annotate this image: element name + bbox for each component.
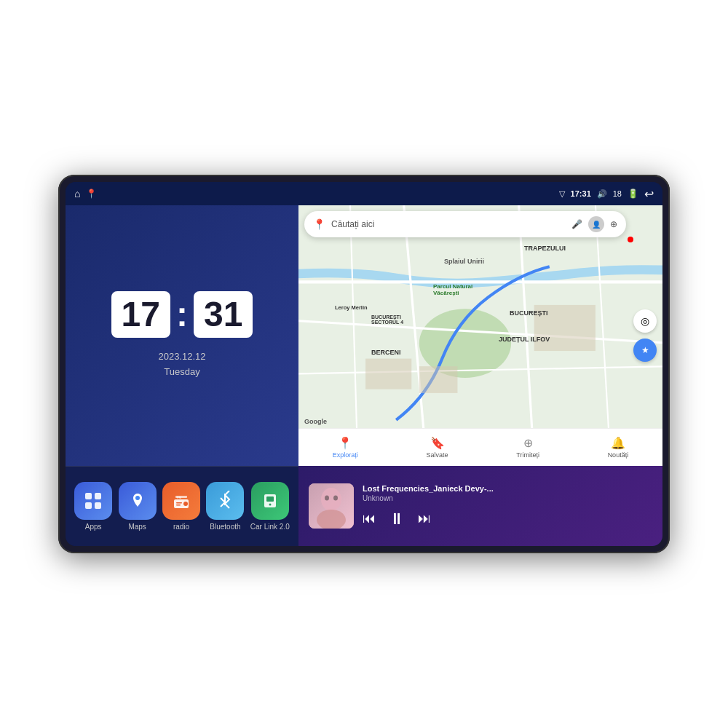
radio-label: radio — [173, 523, 189, 531]
maps-label: Maps — [128, 523, 146, 531]
svg-rect-0 — [85, 493, 92, 499]
svg-point-4 — [135, 496, 140, 500]
svg-rect-24 — [419, 366, 458, 393]
screen: ⌂ 📍 ▽ 17:31 🔊 18 🔋 ↩ 17 : — [66, 182, 662, 546]
saved-icon: 🔖 — [430, 436, 445, 450]
saved-label: Salvate — [427, 451, 448, 459]
battery-icon: 🔋 — [628, 189, 638, 199]
device: ⌂ 📍 ▽ 17:31 🔊 18 🔋 ↩ 17 : — [58, 175, 670, 553]
svg-point-27 — [321, 488, 341, 511]
svg-rect-25 — [534, 305, 596, 351]
app-item-carlink[interactable]: Car Link 2.0 — [250, 482, 290, 531]
map-nav-btn[interactable]: ★ — [633, 339, 657, 362]
map-controls: ◎ ★ — [633, 309, 657, 362]
status-bar: ⌂ 📍 ▽ 17:31 🔊 18 🔋 ↩ — [66, 182, 662, 205]
radio-icon[interactable]: FM — [162, 482, 200, 520]
apps-bar: Apps Maps — [66, 466, 298, 546]
music-controls: ⏮ ⏸ ⏭ — [363, 510, 652, 529]
clock-widget: 17 : 31 2023.12.12 Tuesday — [66, 205, 298, 466]
music-prev-btn[interactable]: ⏮ — [363, 511, 376, 526]
send-icon: ⊕ — [523, 436, 533, 450]
apps-icon[interactable] — [74, 482, 112, 520]
status-left-icons: ⌂ 📍 — [74, 188, 97, 199]
left-panel: 17 : 31 2023.12.12 Tuesday — [66, 205, 298, 546]
svg-rect-23 — [365, 359, 411, 389]
music-player: Lost Frequencies_Janieck Devy-... Unknow… — [298, 466, 662, 546]
google-logo: Google — [304, 418, 327, 425]
svg-text:FM: FM — [177, 496, 181, 499]
map-bottom-nav: 📍 Explorați 🔖 Salvate ⊕ Trimiteți 🔔 — [298, 428, 662, 466]
svg-point-30 — [333, 496, 338, 501]
app-item-bluetooth[interactable]: Bluetooth — [206, 482, 244, 531]
app-item-radio[interactable]: FM radio — [162, 482, 200, 531]
map-layers-icon[interactable]: ⊕ — [610, 219, 617, 229]
bluetooth-icon[interactable] — [206, 482, 244, 520]
app-item-maps[interactable]: Maps — [119, 482, 157, 531]
news-icon: 🔔 — [611, 436, 625, 450]
map-container[interactable]: 📍 Căutați aici 🎤 👤 ⊕ TRAPEZULUI BUCUREȘT… — [298, 205, 662, 466]
map-nav-send[interactable]: ⊕ Trimiteți — [516, 436, 539, 459]
carlink-label: Car Link 2.0 — [250, 523, 290, 531]
map-nav-saved[interactable]: 🔖 Salvate — [427, 436, 448, 459]
maps-icon[interactable] — [119, 482, 157, 520]
svg-rect-9 — [176, 505, 181, 506]
main-content: 17 : 31 2023.12.12 Tuesday — [66, 205, 662, 546]
svg-point-29 — [325, 496, 329, 501]
status-time: 17:31 — [571, 189, 591, 198]
map-search-pin-icon: 📍 — [313, 218, 325, 230]
send-label: Trimiteți — [516, 451, 539, 459]
date-line2: Tuesday — [158, 365, 205, 380]
bluetooth-label: Bluetooth — [210, 523, 240, 531]
signal-icon: ▽ — [559, 189, 565, 199]
news-label: Noutăți — [608, 451, 629, 459]
svg-rect-12 — [266, 496, 274, 502]
clock-hours: 17 — [111, 291, 170, 338]
music-title: Lost Frequencies_Janieck Devy-... — [363, 484, 652, 493]
app-item-apps[interactable]: Apps — [74, 482, 112, 531]
music-thumbnail — [309, 483, 354, 529]
map-nav-news[interactable]: 🔔 Noutăți — [608, 436, 629, 459]
clock-separator: : — [176, 297, 188, 332]
date-line1: 2023.12.12 — [158, 349, 205, 365]
apps-label: Apps — [85, 523, 102, 531]
home-icon[interactable]: ⌂ — [74, 188, 80, 199]
right-section: 📍 Căutați aici 🎤 👤 ⊕ TRAPEZULUI BUCUREȘT… — [298, 205, 662, 546]
music-play-btn[interactable]: ⏸ — [389, 510, 405, 529]
maps-status-icon[interactable]: 📍 — [86, 189, 97, 199]
svg-point-13 — [269, 504, 271, 506]
map-search-text[interactable]: Căutați aici — [331, 219, 566, 229]
back-icon[interactable]: ↩ — [644, 187, 654, 201]
explore-icon: 📍 — [338, 436, 352, 450]
music-artist: Unknown — [363, 494, 652, 502]
clock-display: 17 : 31 — [111, 291, 253, 338]
map-location-btn[interactable]: ◎ — [633, 309, 657, 333]
explore-label: Explorați — [333, 451, 358, 459]
svg-rect-1 — [95, 493, 101, 499]
map-location-marker — [628, 237, 633, 242]
map-nav-explore[interactable]: 📍 Explorați — [333, 436, 358, 459]
map-mic-icon[interactable]: 🎤 — [571, 219, 582, 229]
clock-date: 2023.12.12 Tuesday — [158, 349, 205, 380]
clock-minutes: 31 — [194, 291, 253, 338]
carlink-icon[interactable] — [251, 482, 289, 520]
volume-icon: 🔊 — [597, 189, 607, 199]
music-next-btn[interactable]: ⏭ — [418, 511, 431, 526]
map-search-bar[interactable]: 📍 Căutați aici 🎤 👤 ⊕ — [304, 211, 626, 237]
svg-rect-8 — [176, 502, 182, 504]
status-right-icons: ▽ 17:31 🔊 18 🔋 ↩ — [559, 187, 654, 201]
svg-point-7 — [183, 502, 188, 506]
volume-level: 18 — [613, 189, 622, 198]
svg-rect-3 — [95, 502, 101, 509]
map-user-avatar[interactable]: 👤 — [588, 216, 604, 232]
music-thumb-art — [309, 483, 354, 529]
music-info: Lost Frequencies_Janieck Devy-... Unknow… — [363, 484, 652, 529]
svg-rect-2 — [85, 502, 92, 509]
